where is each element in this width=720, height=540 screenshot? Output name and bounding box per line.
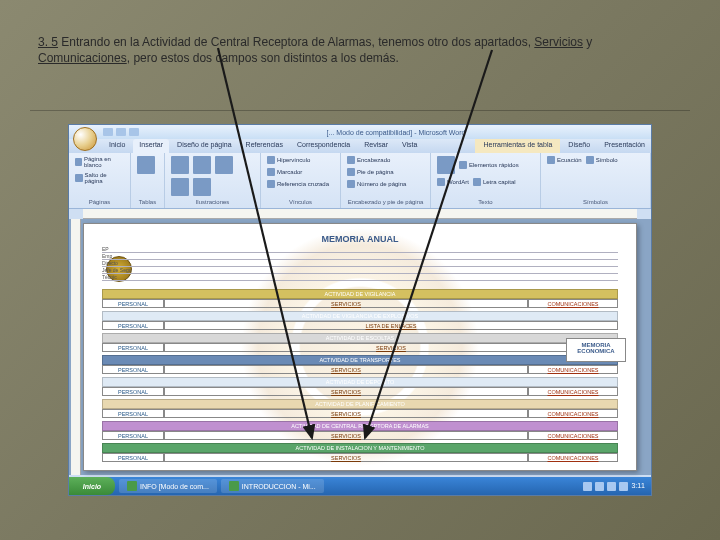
activity-subrow: PERSONALSERVICIOSCOMUNICACIONES <box>102 409 618 418</box>
taskbar: Inicio INFO [Modo de com... INTRODUCCION… <box>69 477 651 495</box>
app-icon <box>127 481 137 491</box>
col-servicios[interactable]: SERVICIOS <box>164 431 528 440</box>
tab-revisar[interactable]: Revisar <box>358 139 394 153</box>
symbol-icon <box>586 156 594 164</box>
office-button[interactable] <box>73 127 97 151</box>
activity-title: ACTIVIDAD DE INSTALACION Y MANTENIMIENTO <box>102 443 618 453</box>
group-simbolos: Ecuación Símbolo Símbolos <box>541 153 651 208</box>
page-icon <box>75 158 82 166</box>
col-personal[interactable]: PERSONAL <box>102 453 164 462</box>
col-personal[interactable]: PERSONAL <box>102 365 164 374</box>
btn-pagina-blanco[interactable]: Página en blanco <box>75 156 124 168</box>
activity-header: ACTIVIDAD DE ESCOLTAS <box>102 333 618 343</box>
col-personal[interactable]: PERSONAL <box>102 409 164 418</box>
memoria-economica-box[interactable]: MEMORIA ECONOMICA <box>566 338 626 362</box>
tab-referencias[interactable]: Referencias <box>240 139 289 153</box>
form-label: Técnic <box>102 274 148 280</box>
btn-elementos[interactable]: Elementos rápidos <box>459 156 519 174</box>
group-label: Tablas <box>137 199 158 205</box>
col-comunicaciones[interactable]: COMUNICACIONES <box>528 387 618 396</box>
activity-bars: ACTIVIDAD DE VIGILANCIAPERSONALSERVICIOS… <box>102 289 618 462</box>
btn-ecuacion[interactable]: Ecuación <box>547 156 582 164</box>
activity-title: ACTIVIDAD DE PLANIFICAMIENTO <box>102 399 618 409</box>
ruler-horizontal[interactable] <box>83 209 637 219</box>
tool-context-tab: Herramientas de tabla <box>475 139 560 153</box>
system-tray[interactable]: 3:11 <box>583 482 651 491</box>
table-icon[interactable] <box>137 156 155 174</box>
btn-encabezado[interactable]: Encabezado <box>347 156 390 164</box>
form-label: Jefe de Segu <box>102 267 148 273</box>
col-comunicaciones[interactable]: COMUNICACIONES <box>528 299 618 308</box>
tab-diseno[interactable]: Diseño <box>562 139 596 153</box>
activity-header: ACTIVIDAD DE INSTALACION Y MANTENIMIENTO <box>102 443 618 453</box>
document-area[interactable]: MEMORIA ANUAL EP Emp Directo Jefe de Seg… <box>69 219 651 475</box>
page[interactable]: MEMORIA ANUAL EP Emp Directo Jefe de Seg… <box>83 223 637 471</box>
tab-inicio[interactable]: Inicio <box>103 139 131 153</box>
col-comunicaciones[interactable]: COMUNICACIONES <box>528 409 618 418</box>
activity-header: ACTIVIDAD DE DEPOSITO <box>102 377 618 387</box>
taskbar-item[interactable]: INFO [Modo de com... <box>119 479 217 493</box>
col-servicios[interactable]: SERVICIOS <box>164 409 528 418</box>
col-servicios[interactable]: SERVICIOS <box>164 299 528 308</box>
chart-icon[interactable] <box>193 178 211 196</box>
tab-vista[interactable]: Vista <box>396 139 423 153</box>
btn-pie[interactable]: Pie de página <box>347 168 394 176</box>
col-servicios[interactable]: SERVICIOS <box>164 343 618 352</box>
activity-subrow: PERSONALSERVICIOSCOMUNICACIONES <box>102 431 618 440</box>
tab-presentacion[interactable]: Presentación <box>598 139 651 153</box>
activity-header: ACTIVIDAD DE PLANIFICAMIENTO <box>102 399 618 409</box>
header-icon <box>347 156 355 164</box>
tab-correspondencia[interactable]: Correspondencia <box>291 139 356 153</box>
picture-icon[interactable] <box>171 156 189 174</box>
col-personal[interactable]: PERSONAL <box>102 321 164 330</box>
col-personal[interactable]: PERSONAL <box>102 387 164 396</box>
btn-marcador[interactable]: Marcador <box>267 168 302 176</box>
bookmark-icon <box>267 168 275 176</box>
activity-subrow: PERSONALLISTA DE ENLACES <box>102 321 618 330</box>
activity-title: ACTIVIDAD DE VIGILANCIA DE EXPLOSIVOS <box>102 311 618 321</box>
col-servicios[interactable]: SERVICIOS <box>164 365 528 374</box>
group-tablas: Tablas <box>131 153 165 208</box>
activity-title: ACTIVIDAD DE TRANSPORTES <box>102 355 618 365</box>
ruler-vertical[interactable] <box>71 219 81 475</box>
wordart-icon <box>437 178 445 186</box>
break-icon <box>75 174 83 182</box>
mem-econ-line2: ECONOMICA <box>567 348 625 354</box>
btn-refcruzada[interactable]: Referencia cruzada <box>267 180 329 188</box>
form-label: Directo <box>102 260 148 266</box>
quick-access-toolbar[interactable] <box>103 128 139 136</box>
col-comunicaciones[interactable]: COMUNICACIONES <box>528 453 618 462</box>
tab-insertar[interactable]: Insertar <box>133 139 169 153</box>
shapes-icon[interactable] <box>215 156 233 174</box>
col-personal[interactable]: PERSONAL <box>102 299 164 308</box>
ribbon-tabs[interactable]: Inicio Insertar Diseño de página Referen… <box>69 139 651 153</box>
btn-hipervinculo[interactable]: Hipervínculo <box>267 156 310 164</box>
col-personal[interactable]: PERSONAL <box>102 343 164 352</box>
group-label: Ilustraciones <box>171 199 254 205</box>
smartart-icon[interactable] <box>171 178 189 196</box>
activity-title: ACTIVIDAD DE CENTRAL RECEPTORA DE ALARMA… <box>102 421 618 431</box>
caption-suffix: , pero estos dos campos son distintos a … <box>127 51 399 65</box>
caption-body: Entrando en la Actividad de Central Rece… <box>58 35 534 49</box>
clipart-icon[interactable] <box>193 156 211 174</box>
btn-salto-pagina[interactable]: Salto de página <box>75 172 124 184</box>
group-texto: Elementos rápidos WordArt Letra capital … <box>431 153 541 208</box>
col-comunicaciones[interactable]: COMUNICACIONES <box>528 365 618 374</box>
btn-simbolo[interactable]: Símbolo <box>586 156 618 164</box>
taskbar-item[interactable]: INTRODUCCION - Mi... <box>221 479 324 493</box>
btn-numero[interactable]: Número de página <box>347 180 406 188</box>
tab-diseno-pagina[interactable]: Diseño de página <box>171 139 238 153</box>
col-servicios[interactable]: LISTA DE ENLACES <box>164 321 618 330</box>
col-comunicaciones[interactable]: COMUNICACIONES <box>528 431 618 440</box>
start-button[interactable]: Inicio <box>69 477 115 495</box>
activity-subrow: PERSONALSERVICIOSCOMUNICACIONES <box>102 387 618 396</box>
activity-header: ACTIVIDAD DE VIGILANCIA <box>102 289 618 299</box>
col-servicios[interactable]: SERVICIOS <box>164 453 528 462</box>
textbox-icon[interactable] <box>437 156 455 174</box>
btn-letracapital[interactable]: Letra capital <box>473 178 516 186</box>
col-servicios[interactable]: SERVICIOS <box>164 387 528 396</box>
word-window: [... Modo de compatibilidad] - Microsoft… <box>68 124 652 496</box>
divider <box>30 110 690 111</box>
btn-wordart[interactable]: WordArt <box>437 178 469 186</box>
col-personal[interactable]: PERSONAL <box>102 431 164 440</box>
